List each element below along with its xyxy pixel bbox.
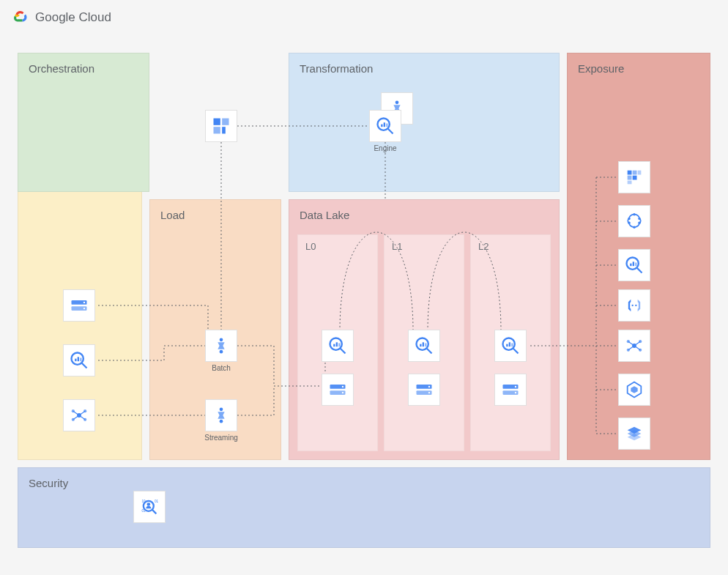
transformation-engine-label: Engine [374,144,396,152]
subzone-l1-title: L1 [392,241,402,252]
svg-rect-69 [633,261,634,266]
transformation-bigquery-icon: Engine [369,110,401,142]
svg-point-53 [515,386,516,387]
svg-rect-55 [628,171,632,175]
orchestration-composer-icon [205,110,237,142]
svg-point-22 [220,350,223,354]
svg-point-62 [628,218,631,220]
svg-rect-5 [75,359,76,362]
exposure-functions-icon [618,289,650,322]
svg-rect-57 [638,171,642,175]
svg-point-63 [638,218,641,220]
brand-text: Google Cloud [35,10,111,25]
svg-rect-30 [386,124,387,127]
svg-point-25 [395,101,399,105]
exposure-kubernetes-icon [618,374,650,406]
l2-storage-icon [494,374,527,406]
svg-rect-56 [633,171,637,175]
svg-rect-40 [420,344,421,347]
load-batch-dataflow-icon: Batch [205,330,237,362]
svg-point-66 [633,226,636,229]
svg-point-37 [342,386,343,387]
subzone-l0-title: L0 [305,241,316,252]
svg-rect-29 [384,122,385,127]
svg-rect-7 [80,358,81,362]
svg-rect-19 [214,127,220,133]
zone-orchestration-title: Orchestration [29,62,94,75]
svg-rect-58 [628,176,632,180]
l2-bigquery-icon [494,330,527,362]
svg-text:01: 01 [155,500,159,503]
svg-point-71 [632,305,634,306]
diagram-canvas: Landing Orchestration Load Transformatio… [18,53,710,565]
svg-rect-60 [628,181,632,185]
svg-rect-68 [630,264,631,267]
zone-orchestration: Orchestration [18,53,149,192]
load-streaming-label: Streaming [204,434,238,442]
svg-rect-34 [338,344,340,347]
header: Google Cloud [0,0,728,35]
svg-rect-59 [633,176,637,180]
svg-point-46 [428,392,430,393]
svg-rect-70 [635,263,636,267]
svg-rect-49 [509,342,510,346]
exposure-looker-icon [618,161,650,193]
svg-line-16 [79,415,85,420]
svg-rect-32 [333,344,335,347]
svg-text:10: 10 [142,500,146,503]
svg-text:01: 01 [142,509,146,513]
security-dlp-icon: 100101 [133,491,166,523]
exposure-pubsub-icon [618,330,650,362]
exposure-bigquery-icon [618,249,650,281]
zone-transformation: Transformation [289,53,560,192]
svg-point-45 [428,386,430,387]
zone-datalake-title: Data Lake [300,209,349,221]
load-batch-label: Batch [212,364,231,372]
l1-bigquery-icon [408,330,440,362]
svg-line-81 [634,346,640,350]
landing-bigquery-icon [63,344,95,376]
svg-rect-17 [214,119,220,125]
svg-point-21 [220,338,223,342]
svg-point-64 [628,222,631,225]
l0-bigquery-icon [322,330,354,362]
exposure-vertexai-icon [618,205,650,237]
svg-point-24 [220,420,223,423]
zone-exposure-title: Exposure [578,62,624,75]
svg-line-78 [628,341,634,346]
svg-point-61 [633,213,636,216]
l0-storage-icon [322,374,354,406]
svg-rect-48 [506,344,508,347]
landing-pubsub-icon [63,399,95,431]
svg-line-15 [73,415,79,420]
svg-point-72 [635,305,636,306]
svg-rect-33 [336,342,338,346]
svg-rect-41 [423,342,424,346]
svg-rect-18 [222,119,229,125]
svg-rect-28 [381,125,382,127]
zone-load-title: Load [160,209,185,221]
exposure-analytics-hub-icon [618,418,650,450]
svg-point-85 [147,502,151,506]
svg-point-54 [515,392,516,393]
svg-rect-42 [425,344,426,347]
svg-line-14 [79,411,85,415]
svg-line-13 [73,411,79,415]
svg-point-65 [638,222,641,225]
svg-point-23 [220,408,223,412]
subzone-l2-title: L2 [478,241,489,252]
svg-rect-6 [78,357,79,361]
zone-security-title: Security [29,477,68,489]
zone-security: Security [18,467,710,548]
l1-storage-icon [408,374,440,406]
zone-transformation-title: Transformation [300,62,373,75]
svg-rect-20 [222,127,226,133]
svg-line-79 [634,341,640,346]
svg-point-2 [83,302,85,303]
svg-point-38 [342,392,343,393]
svg-point-3 [83,308,85,309]
load-streaming-dataflow-icon: Streaming [205,399,237,431]
svg-rect-50 [511,344,513,347]
svg-line-80 [628,346,634,350]
svg-marker-83 [631,386,637,393]
